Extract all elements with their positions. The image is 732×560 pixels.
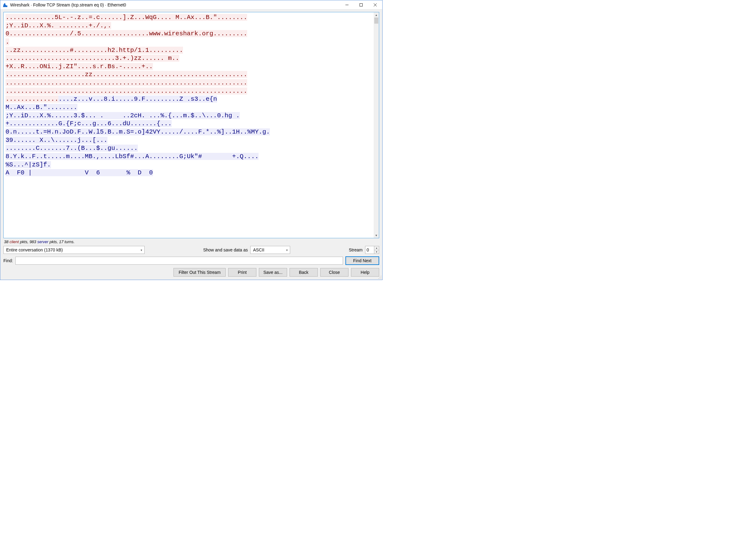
svg-point-6 bbox=[381, 277, 381, 278]
window-controls bbox=[340, 0, 382, 9]
resize-grip-icon[interactable] bbox=[377, 275, 382, 279]
scroll-up-arrow-icon[interactable]: ▲ bbox=[374, 12, 379, 17]
format-select-value: ASCII bbox=[251, 247, 267, 252]
minimize-button[interactable] bbox=[340, 0, 354, 9]
options-row: Entire conversation (1370 kB) ▾ Show and… bbox=[3, 246, 379, 254]
maximize-button[interactable] bbox=[354, 0, 368, 9]
conversation-select-value: Entire conversation (1370 kB) bbox=[4, 247, 65, 252]
find-row: Find: Find Next bbox=[3, 256, 379, 265]
dialog-button-row: Filter Out This Stream Print Save as... … bbox=[3, 268, 379, 277]
stats-mid1: pkts, bbox=[19, 239, 29, 244]
close-button[interactable]: Close bbox=[320, 268, 348, 277]
svg-point-9 bbox=[381, 278, 381, 279]
titlebar: Wireshark · Follow TCP Stream (tcp.strea… bbox=[0, 0, 382, 10]
server-pkt-count: 983 bbox=[29, 239, 36, 244]
back-button[interactable]: Back bbox=[290, 268, 318, 277]
format-select[interactable]: ASCII ▾ bbox=[250, 246, 290, 254]
stats-tail: pkts, 17 turns. bbox=[49, 239, 75, 244]
save-as-button[interactable]: Save as... bbox=[259, 268, 287, 277]
content-area: .............5L-.-.z..=.c......].Z...WqG… bbox=[0, 10, 382, 280]
packet-stats: 38 client pkts, 983 server pkts, 17 turn… bbox=[3, 238, 379, 246]
client-pkt-count: 38 bbox=[4, 239, 8, 244]
svg-point-5 bbox=[380, 277, 380, 278]
client-segment[interactable]: 0................/.5..................ww… bbox=[6, 30, 247, 45]
svg-point-4 bbox=[381, 276, 381, 276]
close-window-button[interactable] bbox=[368, 0, 382, 9]
show-save-label: Show and save data as bbox=[203, 247, 248, 252]
stream-number-spinner[interactable]: ▲ ▼ bbox=[365, 246, 379, 254]
window-title: Wireshark · Follow TCP Stream (tcp.strea… bbox=[10, 2, 340, 7]
client-segment[interactable]: ..zz.............#.........h2.http/1.1..… bbox=[6, 47, 183, 70]
client-segment[interactable]: .............5L-.-.z..=.c......].Z...WqG… bbox=[6, 14, 247, 29]
svg-rect-1 bbox=[360, 3, 363, 6]
server-segment[interactable]: ....z...v...8.i.....9.F.........Z .s3..e… bbox=[6, 95, 270, 176]
print-button[interactable]: Print bbox=[228, 268, 256, 277]
stream-text[interactable]: .............5L-.-.z..=.c......].Z...WqG… bbox=[4, 12, 374, 238]
stream-number-input[interactable] bbox=[365, 246, 374, 254]
find-input[interactable] bbox=[15, 257, 343, 265]
find-next-button[interactable]: Find Next bbox=[345, 256, 379, 265]
scroll-thumb[interactable] bbox=[374, 17, 378, 24]
find-label: Find: bbox=[3, 258, 13, 263]
stream-content-box[interactable]: .............5L-.-.z..=.c......].Z...WqG… bbox=[3, 12, 379, 238]
spinner-down-icon[interactable]: ▼ bbox=[374, 250, 379, 254]
scroll-down-arrow-icon[interactable]: ▼ bbox=[374, 233, 379, 238]
filter-out-stream-button[interactable]: Filter Out This Stream bbox=[173, 268, 226, 277]
help-button[interactable]: Help bbox=[351, 268, 379, 277]
chevron-down-icon: ▾ bbox=[138, 248, 144, 252]
svg-point-8 bbox=[380, 278, 380, 279]
follow-stream-window: Wireshark · Follow TCP Stream (tcp.strea… bbox=[0, 0, 383, 280]
stream-label: Stream bbox=[349, 247, 363, 252]
spinner-up-icon[interactable]: ▲ bbox=[374, 246, 379, 250]
svg-point-7 bbox=[378, 278, 379, 279]
wireshark-fin-icon bbox=[3, 2, 8, 7]
chevron-down-icon: ▾ bbox=[284, 248, 290, 252]
client-word: client bbox=[10, 239, 19, 244]
conversation-select[interactable]: Entire conversation (1370 kB) ▾ bbox=[3, 246, 145, 254]
server-word: server bbox=[37, 239, 48, 244]
vertical-scrollbar[interactable]: ▲ ▼ bbox=[374, 12, 379, 238]
